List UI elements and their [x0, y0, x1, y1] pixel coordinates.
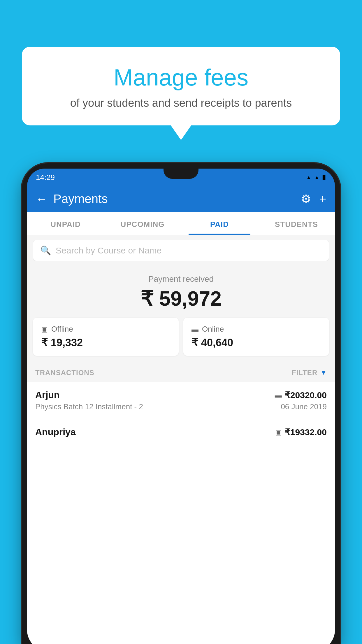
header-title: Payments — [53, 192, 295, 206]
tab-students[interactable]: STUDENTS — [258, 212, 335, 235]
header-icons: ⚙ + — [301, 192, 326, 206]
offline-icon: ▣ — [41, 325, 48, 333]
transaction-item-arjun[interactable]: Arjun ▬ ₹20320.00 Physics Batch 12 Insta… — [27, 382, 335, 419]
offline-card-header: ▣ Offline — [41, 325, 171, 334]
online-label: Online — [202, 325, 224, 334]
status-icons: ▲ ▲ ▊ — [306, 175, 326, 180]
online-card: ▬ Online ₹ 40,640 — [183, 318, 329, 356]
payment-amount: ₹ 59,972 — [33, 287, 329, 311]
transaction-date-arjun: 06 June 2019 — [281, 402, 327, 411]
signal-icon: ▲ — [314, 175, 319, 180]
search-container: 🔍 Search by Course or Name — [27, 235, 335, 266]
transaction-row1: Arjun ▬ ₹20320.00 — [35, 390, 327, 400]
offline-amount: ₹ 19,332 — [41, 337, 171, 349]
transaction-row1-anupriya: Anupriya ▣ ₹19332.00 — [35, 427, 327, 438]
search-bar[interactable]: 🔍 Search by Course or Name — [33, 240, 329, 261]
card-payment-icon: ▬ — [275, 391, 282, 399]
payment-received-label: Payment received — [33, 274, 329, 284]
payment-cards: ▣ Offline ₹ 19,332 ▬ Online ₹ 40,640 — [33, 318, 329, 356]
phone-container: 14:29 ▲ ▲ ▊ ← Payments ⚙ + UNPAID UPCOMI — [22, 163, 340, 644]
online-card-header: ▬ Online — [191, 325, 321, 334]
transaction-item-anupriya[interactable]: Anupriya ▣ ₹19332.00 — [27, 419, 335, 447]
transactions-header: TRANSACTIONS FILTER ▼ — [27, 362, 335, 382]
transaction-amount-anupriya: ₹19332.00 — [285, 427, 327, 437]
add-icon[interactable]: + — [319, 192, 326, 206]
status-time: 14:29 — [36, 173, 55, 182]
speech-bubble: Manage fees of your students and send re… — [22, 47, 340, 125]
phone: 14:29 ▲ ▲ ▊ ← Payments ⚙ + UNPAID UPCOMI — [22, 163, 340, 644]
status-bar: 14:29 ▲ ▲ ▊ — [27, 169, 335, 186]
transaction-amount-arjun: ₹20320.00 — [285, 390, 327, 400]
settings-icon[interactable]: ⚙ — [301, 192, 311, 206]
transaction-amount-container-arjun: ▬ ₹20320.00 — [275, 390, 327, 400]
filter-icon: ▼ — [320, 369, 327, 377]
notch — [164, 169, 198, 179]
transactions-label: TRANSACTIONS — [35, 369, 94, 377]
filter-container[interactable]: FILTER ▼ — [292, 369, 327, 377]
payment-summary: Payment received ₹ 59,972 ▣ Offline ₹ 19… — [27, 266, 335, 362]
filter-label: FILTER — [292, 369, 317, 377]
offline-card: ▣ Offline ₹ 19,332 — [33, 318, 179, 356]
tabs-container: UNPAID UPCOMING PAID STUDENTS — [27, 212, 335, 235]
online-icon: ▬ — [191, 325, 198, 333]
battery-icon: ▊ — [323, 175, 326, 180]
speech-bubble-subtitle: of your students and send receipts to pa… — [39, 97, 323, 109]
speech-bubble-title: Manage fees — [39, 64, 323, 91]
transaction-course-arjun: Physics Batch 12 Installment - 2 — [35, 402, 143, 411]
search-placeholder: Search by Course or Name — [56, 246, 162, 256]
back-button[interactable]: ← — [36, 192, 48, 206]
app-header: ← Payments ⚙ + — [27, 186, 335, 212]
phone-screen: ← Payments ⚙ + UNPAID UPCOMING PAID STUD… — [27, 186, 335, 644]
transaction-amount-container-anupriya: ▣ ₹19332.00 — [275, 427, 327, 437]
speech-bubble-arrow — [171, 125, 191, 140]
wifi-icon: ▲ — [306, 175, 311, 180]
tab-paid[interactable]: PAID — [181, 212, 258, 235]
offline-payment-icon: ▣ — [275, 428, 282, 436]
transaction-list: Arjun ▬ ₹20320.00 Physics Batch 12 Insta… — [27, 382, 335, 644]
online-amount: ₹ 40,640 — [191, 337, 321, 349]
transaction-name-arjun: Arjun — [35, 390, 60, 400]
transaction-name-anupriya: Anupriya — [35, 427, 76, 438]
transaction-row2-arjun: Physics Batch 12 Installment - 2 06 June… — [35, 402, 327, 411]
offline-label: Offline — [51, 325, 73, 334]
search-icon: 🔍 — [40, 245, 51, 256]
tab-unpaid[interactable]: UNPAID — [27, 212, 104, 235]
speech-bubble-container: Manage fees of your students and send re… — [22, 47, 340, 140]
tab-upcoming[interactable]: UPCOMING — [104, 212, 181, 235]
